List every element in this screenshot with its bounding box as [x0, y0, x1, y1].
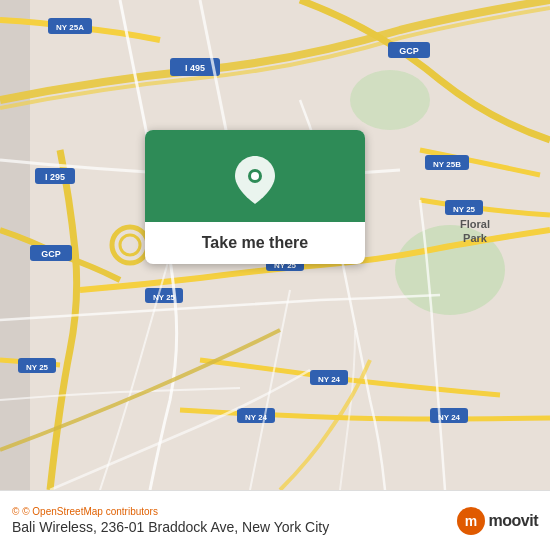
moovit-icon: m: [457, 507, 485, 535]
svg-text:m: m: [464, 513, 476, 529]
take-me-there-button[interactable]: Take me there: [161, 234, 349, 252]
take-me-there-card: Take me there: [145, 130, 365, 264]
moovit-text: moovit: [489, 512, 538, 530]
card-bottom: Take me there: [145, 222, 365, 264]
svg-text:Floral: Floral: [460, 218, 490, 230]
address-text: Bali Wireless, 236-01 Braddock Ave, New …: [12, 519, 329, 535]
svg-text:Park: Park: [463, 232, 488, 244]
svg-text:I 295: I 295: [45, 172, 65, 182]
svg-text:NY 25B: NY 25B: [433, 160, 461, 169]
bottom-bar: © © OpenStreetMap contributors Bali Wire…: [0, 490, 550, 550]
location-pin-icon: [233, 154, 277, 206]
svg-text:I 495: I 495: [185, 63, 205, 73]
moovit-logo: m moovit: [457, 507, 538, 535]
copyright-label: © OpenStreetMap contributors: [22, 506, 158, 517]
svg-text:NY 25: NY 25: [26, 363, 49, 372]
svg-rect-3: [0, 0, 30, 490]
svg-point-35: [251, 172, 259, 180]
svg-text:NY 25A: NY 25A: [56, 23, 84, 32]
svg-point-2: [350, 70, 430, 130]
svg-text:GCP: GCP: [399, 46, 419, 56]
card-top: [145, 130, 365, 222]
svg-point-31: [120, 235, 140, 255]
svg-text:GCP: GCP: [41, 249, 61, 259]
map-container: I 495 I 295 GCP GCP NY 25A NY 25B NY 25 …: [0, 0, 550, 490]
address-section: © © OpenStreetMap contributors Bali Wire…: [12, 506, 329, 535]
svg-text:NY 25: NY 25: [453, 205, 476, 214]
copyright-text: © © OpenStreetMap contributors: [12, 506, 329, 517]
svg-text:NY 24: NY 24: [438, 413, 461, 422]
copyright-symbol: ©: [12, 506, 19, 517]
svg-text:NY 24: NY 24: [318, 375, 341, 384]
